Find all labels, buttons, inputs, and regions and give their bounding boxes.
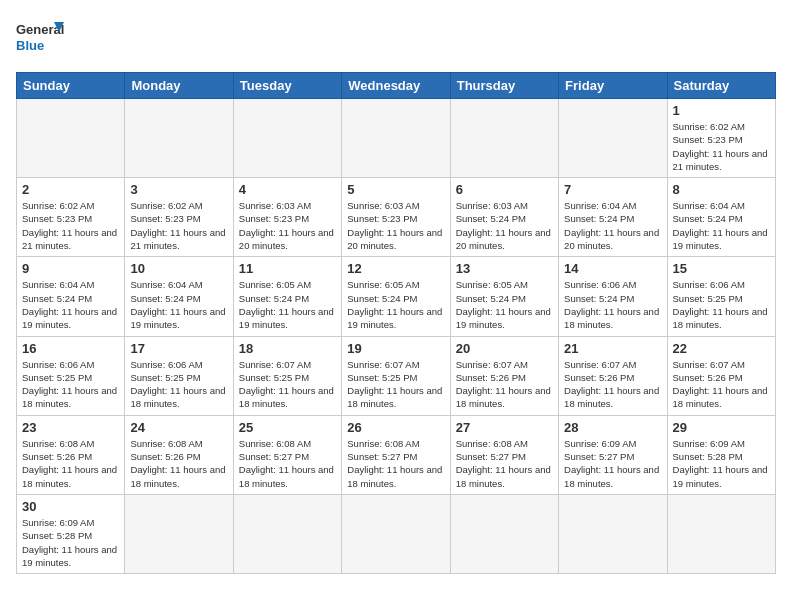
day-number: 4 bbox=[239, 182, 336, 197]
calendar-day-cell: 24Sunrise: 6:08 AMSunset: 5:26 PMDayligh… bbox=[125, 415, 233, 494]
calendar-day-cell: 6Sunrise: 6:03 AMSunset: 5:24 PMDaylight… bbox=[450, 178, 558, 257]
calendar-day-cell: 21Sunrise: 6:07 AMSunset: 5:26 PMDayligh… bbox=[559, 336, 667, 415]
day-number: 5 bbox=[347, 182, 444, 197]
day-number: 27 bbox=[456, 420, 553, 435]
calendar-week-row: 23Sunrise: 6:08 AMSunset: 5:26 PMDayligh… bbox=[17, 415, 776, 494]
day-info: Sunrise: 6:02 AMSunset: 5:23 PMDaylight:… bbox=[130, 199, 227, 252]
calendar-week-row: 9Sunrise: 6:04 AMSunset: 5:24 PMDaylight… bbox=[17, 257, 776, 336]
day-info: Sunrise: 6:02 AMSunset: 5:23 PMDaylight:… bbox=[673, 120, 770, 173]
day-number: 14 bbox=[564, 261, 661, 276]
calendar-day-cell bbox=[342, 494, 450, 573]
calendar-header: General Blue bbox=[16, 16, 776, 60]
calendar-day-cell: 25Sunrise: 6:08 AMSunset: 5:27 PMDayligh… bbox=[233, 415, 341, 494]
calendar-day-cell bbox=[559, 494, 667, 573]
day-number: 7 bbox=[564, 182, 661, 197]
calendar-day-cell: 29Sunrise: 6:09 AMSunset: 5:28 PMDayligh… bbox=[667, 415, 775, 494]
day-info: Sunrise: 6:05 AMSunset: 5:24 PMDaylight:… bbox=[239, 278, 336, 331]
calendar-day-cell: 12Sunrise: 6:05 AMSunset: 5:24 PMDayligh… bbox=[342, 257, 450, 336]
calendar-day-cell: 13Sunrise: 6:05 AMSunset: 5:24 PMDayligh… bbox=[450, 257, 558, 336]
day-info: Sunrise: 6:09 AMSunset: 5:28 PMDaylight:… bbox=[673, 437, 770, 490]
calendar-day-cell bbox=[125, 494, 233, 573]
calendar-day-cell: 10Sunrise: 6:04 AMSunset: 5:24 PMDayligh… bbox=[125, 257, 233, 336]
day-info: Sunrise: 6:09 AMSunset: 5:27 PMDaylight:… bbox=[564, 437, 661, 490]
calendar-day-cell: 11Sunrise: 6:05 AMSunset: 5:24 PMDayligh… bbox=[233, 257, 341, 336]
day-number: 17 bbox=[130, 341, 227, 356]
calendar-day-cell: 8Sunrise: 6:04 AMSunset: 5:24 PMDaylight… bbox=[667, 178, 775, 257]
day-number: 6 bbox=[456, 182, 553, 197]
calendar-day-cell bbox=[667, 494, 775, 573]
day-number: 12 bbox=[347, 261, 444, 276]
calendar-day-cell bbox=[450, 494, 558, 573]
day-number: 15 bbox=[673, 261, 770, 276]
day-number: 21 bbox=[564, 341, 661, 356]
calendar-day-cell bbox=[450, 99, 558, 178]
day-number: 13 bbox=[456, 261, 553, 276]
day-info: Sunrise: 6:05 AMSunset: 5:24 PMDaylight:… bbox=[347, 278, 444, 331]
day-number: 20 bbox=[456, 341, 553, 356]
svg-text:Blue: Blue bbox=[16, 38, 44, 53]
calendar-day-cell bbox=[17, 99, 125, 178]
day-info: Sunrise: 6:06 AMSunset: 5:24 PMDaylight:… bbox=[564, 278, 661, 331]
calendar-day-cell: 19Sunrise: 6:07 AMSunset: 5:25 PMDayligh… bbox=[342, 336, 450, 415]
day-info: Sunrise: 6:06 AMSunset: 5:25 PMDaylight:… bbox=[22, 358, 119, 411]
calendar-day-cell: 5Sunrise: 6:03 AMSunset: 5:23 PMDaylight… bbox=[342, 178, 450, 257]
calendar-day-cell: 9Sunrise: 6:04 AMSunset: 5:24 PMDaylight… bbox=[17, 257, 125, 336]
calendar-day-cell: 26Sunrise: 6:08 AMSunset: 5:27 PMDayligh… bbox=[342, 415, 450, 494]
day-number: 23 bbox=[22, 420, 119, 435]
calendar-day-cell: 20Sunrise: 6:07 AMSunset: 5:26 PMDayligh… bbox=[450, 336, 558, 415]
day-info: Sunrise: 6:08 AMSunset: 5:27 PMDaylight:… bbox=[456, 437, 553, 490]
calendar-day-cell: 14Sunrise: 6:06 AMSunset: 5:24 PMDayligh… bbox=[559, 257, 667, 336]
day-number: 18 bbox=[239, 341, 336, 356]
day-info: Sunrise: 6:03 AMSunset: 5:23 PMDaylight:… bbox=[239, 199, 336, 252]
day-number: 24 bbox=[130, 420, 227, 435]
day-info: Sunrise: 6:07 AMSunset: 5:25 PMDaylight:… bbox=[239, 358, 336, 411]
calendar-week-row: 2Sunrise: 6:02 AMSunset: 5:23 PMDaylight… bbox=[17, 178, 776, 257]
day-number: 16 bbox=[22, 341, 119, 356]
day-number: 30 bbox=[22, 499, 119, 514]
calendar-day-cell bbox=[342, 99, 450, 178]
calendar-day-cell bbox=[233, 99, 341, 178]
day-info: Sunrise: 6:06 AMSunset: 5:25 PMDaylight:… bbox=[673, 278, 770, 331]
day-info: Sunrise: 6:02 AMSunset: 5:23 PMDaylight:… bbox=[22, 199, 119, 252]
calendar-week-row: 30Sunrise: 6:09 AMSunset: 5:28 PMDayligh… bbox=[17, 494, 776, 573]
day-number: 28 bbox=[564, 420, 661, 435]
day-info: Sunrise: 6:09 AMSunset: 5:28 PMDaylight:… bbox=[22, 516, 119, 569]
weekday-header-thursday: Thursday bbox=[450, 73, 558, 99]
calendar-day-cell: 1Sunrise: 6:02 AMSunset: 5:23 PMDaylight… bbox=[667, 99, 775, 178]
calendar-day-cell bbox=[233, 494, 341, 573]
calendar-day-cell bbox=[559, 99, 667, 178]
calendar-day-cell: 23Sunrise: 6:08 AMSunset: 5:26 PMDayligh… bbox=[17, 415, 125, 494]
calendar-day-cell: 16Sunrise: 6:06 AMSunset: 5:25 PMDayligh… bbox=[17, 336, 125, 415]
day-info: Sunrise: 6:08 AMSunset: 5:26 PMDaylight:… bbox=[22, 437, 119, 490]
calendar-day-cell: 2Sunrise: 6:02 AMSunset: 5:23 PMDaylight… bbox=[17, 178, 125, 257]
day-number: 3 bbox=[130, 182, 227, 197]
calendar-week-row: 1Sunrise: 6:02 AMSunset: 5:23 PMDaylight… bbox=[17, 99, 776, 178]
day-number: 19 bbox=[347, 341, 444, 356]
day-number: 26 bbox=[347, 420, 444, 435]
day-number: 10 bbox=[130, 261, 227, 276]
weekday-header-sunday: Sunday bbox=[17, 73, 125, 99]
day-info: Sunrise: 6:06 AMSunset: 5:25 PMDaylight:… bbox=[130, 358, 227, 411]
calendar-day-cell: 7Sunrise: 6:04 AMSunset: 5:24 PMDaylight… bbox=[559, 178, 667, 257]
weekday-header-saturday: Saturday bbox=[667, 73, 775, 99]
day-number: 8 bbox=[673, 182, 770, 197]
calendar-day-cell: 28Sunrise: 6:09 AMSunset: 5:27 PMDayligh… bbox=[559, 415, 667, 494]
day-number: 9 bbox=[22, 261, 119, 276]
day-number: 25 bbox=[239, 420, 336, 435]
day-number: 11 bbox=[239, 261, 336, 276]
calendar-day-cell: 30Sunrise: 6:09 AMSunset: 5:28 PMDayligh… bbox=[17, 494, 125, 573]
day-info: Sunrise: 6:07 AMSunset: 5:26 PMDaylight:… bbox=[564, 358, 661, 411]
calendar-day-cell: 22Sunrise: 6:07 AMSunset: 5:26 PMDayligh… bbox=[667, 336, 775, 415]
day-info: Sunrise: 6:05 AMSunset: 5:24 PMDaylight:… bbox=[456, 278, 553, 331]
day-info: Sunrise: 6:07 AMSunset: 5:25 PMDaylight:… bbox=[347, 358, 444, 411]
day-info: Sunrise: 6:03 AMSunset: 5:24 PMDaylight:… bbox=[456, 199, 553, 252]
logo: General Blue bbox=[16, 16, 64, 60]
calendar-day-cell: 27Sunrise: 6:08 AMSunset: 5:27 PMDayligh… bbox=[450, 415, 558, 494]
day-info: Sunrise: 6:08 AMSunset: 5:26 PMDaylight:… bbox=[130, 437, 227, 490]
day-info: Sunrise: 6:04 AMSunset: 5:24 PMDaylight:… bbox=[673, 199, 770, 252]
day-number: 1 bbox=[673, 103, 770, 118]
logo-svg: General Blue bbox=[16, 16, 64, 60]
day-info: Sunrise: 6:04 AMSunset: 5:24 PMDaylight:… bbox=[130, 278, 227, 331]
day-info: Sunrise: 6:04 AMSunset: 5:24 PMDaylight:… bbox=[564, 199, 661, 252]
calendar-day-cell: 18Sunrise: 6:07 AMSunset: 5:25 PMDayligh… bbox=[233, 336, 341, 415]
